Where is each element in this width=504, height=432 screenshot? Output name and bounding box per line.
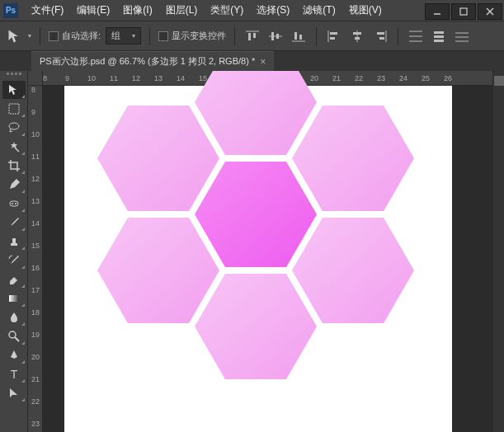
separator (398, 27, 398, 45)
svg-rect-27 (434, 40, 444, 42)
separator (149, 27, 150, 45)
svg-rect-5 (248, 33, 251, 40)
right-panel-dock[interactable] (492, 71, 504, 432)
document-tabs: PS画六边形.psd @ 66.7% (多边形 1 拷贝 2, RGB/8) *… (0, 51, 504, 71)
svg-rect-21 (379, 37, 384, 40)
toolbox: T (0, 71, 28, 432)
svg-line-33 (15, 148, 19, 152)
menu-file[interactable]: 文件(F) (25, 0, 70, 21)
vertical-ruler[interactable]: 891011121314151617181920212223 (28, 86, 43, 432)
menu-type[interactable]: 类型(Y) (204, 0, 250, 21)
document-tab[interactable]: PS画六边形.psd @ 66.7% (多边形 1 拷贝 2, RGB/8) *… (31, 51, 274, 71)
svg-rect-14 (330, 32, 337, 35)
hexagon-outer[interactable] (195, 274, 317, 379)
maximize-button[interactable] (451, 3, 476, 20)
svg-rect-1 (460, 8, 467, 15)
minimize-button[interactable] (425, 3, 450, 20)
svg-text:T: T (10, 368, 17, 381)
pen-tool[interactable] (2, 346, 26, 364)
auto-select-checkbox[interactable] (49, 31, 59, 41)
title-bar: Ps 文件(F) 编辑(E) 图像(I) 图层(L) 类型(Y) 选择(S) 滤… (0, 0, 504, 21)
svg-rect-26 (434, 35, 444, 38)
menu-filter[interactable]: 滤镜(T) (296, 0, 341, 21)
menu-view[interactable]: 视图(V) (342, 0, 389, 21)
eyedropper-tool[interactable] (2, 176, 26, 194)
blur-tool[interactable] (2, 308, 26, 326)
lasso-tool[interactable] (2, 119, 26, 137)
auto-select-label: 自动选择: (62, 30, 101, 42)
move-tool-icon[interactable] (7, 28, 23, 45)
toolbox-handle[interactable] (0, 73, 27, 79)
gradient-tool[interactable] (2, 289, 26, 308)
menu-layer[interactable]: 图层(L) (159, 0, 205, 21)
canvas[interactable] (64, 86, 452, 432)
align-hcenter-icon[interactable] (348, 28, 366, 45)
svg-rect-25 (434, 31, 444, 34)
history-brush-tool[interactable] (2, 251, 26, 270)
menu-select[interactable]: 选择(S) (250, 0, 296, 21)
path-selection-tool[interactable] (2, 384, 26, 402)
svg-rect-37 (9, 295, 19, 302)
svg-rect-15 (330, 37, 335, 40)
auto-select-option[interactable]: 自动选择: (49, 30, 101, 42)
panel-icon[interactable] (494, 76, 504, 86)
magic-wand-tool[interactable] (2, 138, 26, 156)
distribute-bottom-icon[interactable] (453, 28, 471, 45)
svg-rect-18 (355, 37, 360, 40)
separator (316, 27, 317, 45)
distribute-vcenter-icon[interactable] (430, 28, 448, 45)
chevron-down-icon: ▾ (132, 32, 135, 40)
svg-point-38 (9, 331, 16, 338)
separator (234, 27, 235, 45)
distribute-top-icon[interactable] (407, 28, 425, 45)
separator (40, 27, 40, 45)
app-logo: Ps (3, 3, 18, 18)
auto-select-target-dropdown[interactable]: 组 ▾ (106, 27, 141, 45)
ruler-corner (28, 71, 43, 86)
align-right-icon[interactable] (371, 28, 389, 45)
canvas-area: 891011121314151617181920212223242526 891… (28, 71, 492, 432)
svg-rect-9 (276, 34, 279, 39)
options-bar: ▾ 自动选择: 组 ▾ 显示变换控件 (0, 21, 504, 51)
show-transform-checkbox[interactable] (158, 31, 168, 41)
svg-rect-20 (377, 32, 384, 35)
svg-point-36 (15, 203, 16, 204)
main-menu: 文件(F) 编辑(E) 图像(I) 图层(L) 类型(Y) 选择(S) 滤镜(T… (25, 0, 389, 21)
svg-rect-17 (353, 32, 361, 35)
window-controls (425, 2, 504, 20)
svg-marker-47 (195, 274, 317, 379)
align-bottom-icon[interactable] (290, 28, 308, 45)
align-top-icon[interactable] (243, 28, 261, 45)
svg-rect-11 (294, 32, 297, 40)
close-button[interactable] (478, 3, 502, 20)
canvas-viewport[interactable] (43, 86, 492, 432)
brush-tool[interactable] (2, 214, 26, 232)
menu-edit[interactable]: 编辑(E) (70, 0, 116, 21)
show-transform-label: 显示变换控件 (172, 30, 226, 42)
move-tool[interactable] (2, 81, 26, 99)
menu-image[interactable]: 图像(I) (116, 0, 158, 21)
marquee-tool[interactable] (2, 100, 26, 118)
healing-brush-tool[interactable] (2, 195, 26, 213)
align-vcenter-icon[interactable] (266, 28, 285, 45)
svg-rect-34 (10, 201, 18, 206)
svg-point-35 (12, 203, 13, 204)
dodge-tool[interactable] (2, 327, 26, 345)
svg-point-32 (9, 123, 19, 129)
svg-rect-6 (253, 33, 256, 38)
show-transform-option[interactable]: 显示变换控件 (158, 30, 226, 42)
svg-rect-8 (271, 32, 274, 40)
eraser-tool[interactable] (2, 270, 26, 289)
document-tab-title: PS画六边形.psd @ 66.7% (多边形 1 拷贝 2, RGB/8) * (40, 55, 255, 68)
type-tool[interactable]: T (2, 365, 26, 383)
crop-tool[interactable] (2, 157, 26, 175)
dropdown-value: 组 (111, 30, 120, 42)
svg-line-39 (15, 337, 19, 341)
align-left-icon[interactable] (325, 28, 343, 45)
svg-rect-31 (9, 104, 19, 114)
close-tab-icon[interactable]: × (260, 56, 266, 68)
tool-preset-arrow[interactable]: ▾ (28, 32, 31, 40)
clone-stamp-tool[interactable] (2, 232, 26, 251)
svg-rect-12 (299, 35, 302, 40)
main-area: T 891011121314151617181920212223242526 8… (0, 71, 504, 432)
